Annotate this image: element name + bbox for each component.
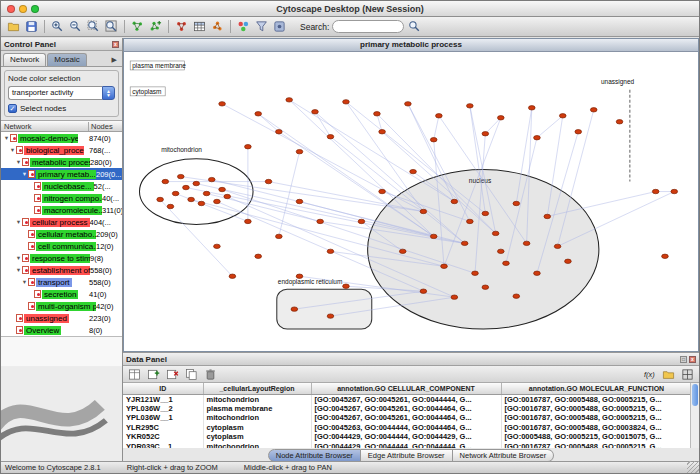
- overview-thumbnail[interactable]: [1, 336, 122, 463]
- graph-node[interactable]: [441, 264, 448, 268]
- tree-column-nodes[interactable]: Nodes: [88, 122, 122, 131]
- table-cell[interactable]: [GO:0016787, GO:0005488, GO:0003824, G..…: [501, 423, 690, 433]
- scrollbar-thumb[interactable]: [692, 384, 698, 406]
- expand-arrow-icon[interactable]: ▼: [3, 135, 10, 141]
- graph-node[interactable]: [420, 289, 427, 293]
- create-network-icon[interactable]: [147, 19, 164, 35]
- graph-node[interactable]: [286, 98, 293, 102]
- graph-node[interactable]: [172, 191, 179, 195]
- graph-node[interactable]: [327, 249, 334, 253]
- import-table-icon[interactable]: [191, 19, 208, 35]
- graph-node[interactable]: [528, 106, 535, 110]
- graph-node[interactable]: [482, 132, 489, 136]
- tab-mosaic[interactable]: Mosaic: [47, 53, 86, 66]
- table-cell[interactable]: mitochondrion: [203, 413, 311, 423]
- table-cell[interactable]: [GO:0016787, GO:0005488, GO:0005215, G..…: [501, 404, 690, 414]
- graph-node[interactable]: [467, 219, 474, 223]
- graph-node[interactable]: [430, 234, 437, 238]
- create-attribute-icon[interactable]: [145, 366, 162, 382]
- table-cell[interactable]: YKR052C: [123, 432, 203, 442]
- graph-node[interactable]: [554, 244, 561, 248]
- close-panel-icon[interactable]: x: [689, 356, 696, 363]
- graph-node[interactable]: [358, 219, 365, 223]
- graph-node[interactable]: [559, 114, 566, 118]
- graph-node[interactable]: [203, 191, 210, 195]
- graph-node[interactable]: [214, 244, 221, 248]
- search-input[interactable]: [332, 20, 404, 33]
- search-options-icon[interactable]: [406, 19, 423, 35]
- graph-node[interactable]: [436, 114, 443, 118]
- table-cell[interactable]: YLR295C: [123, 423, 203, 433]
- formula-icon[interactable]: f(x): [641, 366, 658, 382]
- tree-row[interactable]: Overview8(0): [1, 324, 122, 336]
- tab-overflow-arrow-icon[interactable]: ▶: [109, 56, 120, 66]
- graph-node[interactable]: [467, 104, 474, 108]
- graph-node[interactable]: [430, 138, 437, 142]
- graph-node[interactable]: [451, 295, 458, 299]
- graph-node[interactable]: [492, 231, 499, 235]
- table-row[interactable]: YKR052Ccytoplasm[GO:0044429, GO:0044444,…: [123, 432, 690, 442]
- tree-row[interactable]: ▼response to stimu...9(8): [1, 252, 122, 264]
- graph-node[interactable]: [327, 314, 334, 318]
- checkbox-check-icon[interactable]: ✓: [8, 104, 17, 113]
- tree-row[interactable]: cellular metabo...209(0): [1, 228, 122, 240]
- table-cell[interactable]: [GO:0045267, GO:0045261, GO:0044464, G..…: [311, 413, 501, 423]
- graph-node[interactable]: [255, 254, 262, 258]
- graph-node[interactable]: [219, 187, 226, 191]
- tree-row[interactable]: unassigned223(0): [1, 312, 122, 324]
- graph-node[interactable]: [193, 181, 200, 185]
- graph-node[interactable]: [188, 197, 195, 201]
- table-cell[interactable]: cytoplasm: [203, 423, 311, 433]
- graph-node[interactable]: [224, 194, 231, 198]
- table-scrollbar[interactable]: [690, 383, 699, 448]
- import-network-icon[interactable]: [173, 19, 190, 35]
- table-cell[interactable]: [GO:0045263, GO:0044444, GO:0044464, G..…: [311, 423, 501, 433]
- tree-row[interactable]: cell communica...12(0): [1, 240, 122, 252]
- tree-row[interactable]: multi-organism pro...42(0): [1, 300, 122, 312]
- trash-icon[interactable]: [202, 366, 219, 382]
- expand-arrow-icon[interactable]: ▼: [15, 255, 22, 261]
- graph-node[interactable]: [296, 199, 303, 203]
- zoom-fit-icon[interactable]: [103, 19, 120, 35]
- table-row[interactable]: YPL036W__1mitochondrion[GO:0045267, GO:0…: [123, 413, 690, 423]
- graph-node[interactable]: [291, 307, 298, 311]
- graph-node[interactable]: [513, 201, 520, 205]
- graph-node[interactable]: [327, 135, 334, 139]
- table-cell[interactable]: [GO:0044429, GO:0044444, GO:0044429, G..…: [311, 432, 501, 442]
- table-cell[interactable]: [GO:0045267, GO:0045261, GO:0044464, G..…: [311, 404, 501, 414]
- zoom-selected-icon[interactable]: [85, 19, 102, 35]
- graph-node[interactable]: [590, 108, 597, 112]
- graph-node[interactable]: [214, 199, 221, 203]
- expand-arrow-icon[interactable]: ▼: [15, 219, 22, 225]
- graph-node[interactable]: [379, 189, 386, 193]
- vizmapper-icon[interactable]: [235, 19, 252, 35]
- grid-icon[interactable]: [679, 366, 696, 382]
- color-attribute-dropdown[interactable]: transporter activity ▲▼: [8, 86, 115, 100]
- table-cell[interactable]: YPL036W__1: [123, 413, 203, 423]
- column-header[interactable]: _cellularLayoutRegion: [203, 383, 311, 394]
- build-network-icon[interactable]: [209, 19, 226, 35]
- graph-node[interactable]: [198, 201, 205, 205]
- graph-node[interactable]: [276, 130, 283, 134]
- table-cell[interactable]: [GO:0045267, GO:0045261, GO:0044444, G..…: [311, 394, 501, 404]
- tree-column-network[interactable]: Network: [1, 122, 88, 131]
- column-header[interactable]: ID: [123, 383, 203, 394]
- graph-node[interactable]: [513, 294, 520, 298]
- network-frame-titlebar[interactable]: primary metabolic process: [124, 39, 698, 52]
- table-cell[interactable]: [GO:0016787, GO:0005488, GO:0005215, G..…: [501, 394, 690, 404]
- save-icon[interactable]: [23, 19, 40, 35]
- tree-row[interactable]: nucleobase...52(...: [1, 180, 122, 192]
- graph-node[interactable]: [208, 177, 215, 181]
- graph-node[interactable]: [343, 284, 350, 288]
- graph-node[interactable]: [374, 112, 381, 116]
- graph-node[interactable]: [399, 249, 406, 253]
- graph-node[interactable]: [565, 259, 572, 263]
- table-cell[interactable]: YPL036W__2: [123, 404, 203, 414]
- minimize-window-button[interactable]: [19, 5, 27, 13]
- graph-node[interactable]: [296, 149, 303, 153]
- zoom-window-button[interactable]: [31, 5, 39, 13]
- expand-arrow-icon[interactable]: ▼: [15, 159, 22, 165]
- expand-arrow-icon[interactable]: ▼: [9, 147, 16, 153]
- graph-node[interactable]: [219, 102, 226, 106]
- column-header[interactable]: annotation.GO MOLECULAR_FUNCTION: [501, 383, 690, 394]
